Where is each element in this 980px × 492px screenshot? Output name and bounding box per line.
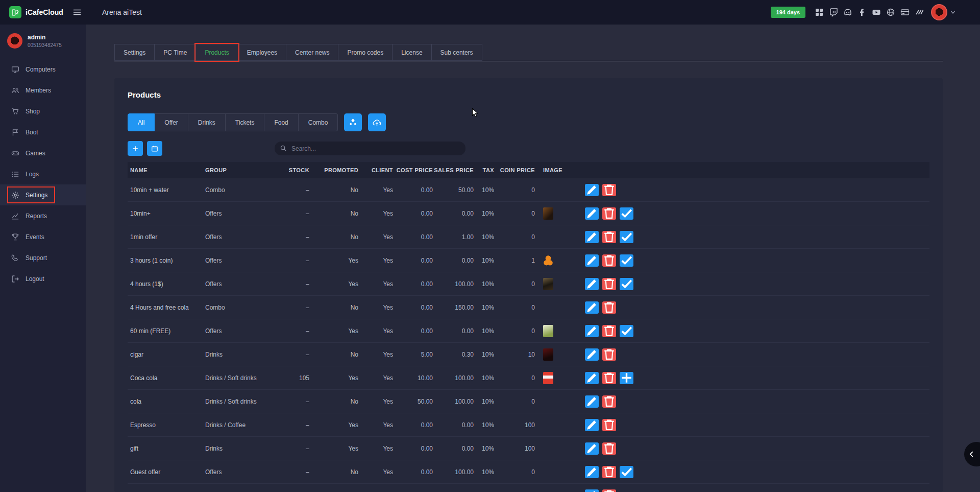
delete-button[interactable] bbox=[602, 325, 616, 337]
delete-button[interactable] bbox=[602, 301, 616, 314]
edit-button[interactable] bbox=[585, 466, 599, 478]
cell-name: 10min + water bbox=[128, 186, 205, 194]
edit-button[interactable] bbox=[585, 207, 599, 220]
cell-promoted: No bbox=[309, 398, 358, 405]
delete-button[interactable] bbox=[602, 231, 616, 243]
table-row: cigarDrinks–NoYes5.000.3010%10 bbox=[128, 343, 929, 366]
twitch-icon[interactable] bbox=[829, 8, 838, 17]
edit-button[interactable] bbox=[585, 442, 599, 455]
sidebar-item-computers[interactable]: Computers bbox=[0, 59, 86, 80]
filter-food[interactable]: Food bbox=[264, 113, 298, 131]
main-content: SettingsPC TimeProductsEmployeesCenter n… bbox=[86, 25, 980, 492]
sidebar-item-logs[interactable]: Logs bbox=[0, 163, 86, 184]
cell-client: Yes bbox=[358, 210, 393, 217]
check-button[interactable] bbox=[620, 278, 633, 290]
edit-button[interactable] bbox=[585, 231, 599, 243]
check-button[interactable] bbox=[620, 207, 633, 220]
sidebar-item-settings[interactable]: Settings bbox=[0, 184, 86, 205]
community-icon[interactable] bbox=[915, 8, 924, 17]
check-button[interactable] bbox=[620, 231, 633, 243]
column-header-image: IMAGE bbox=[535, 167, 576, 173]
avatar[interactable] bbox=[931, 4, 947, 20]
tab-promo-codes[interactable]: Promo codes bbox=[338, 44, 393, 61]
edit-button[interactable] bbox=[585, 419, 599, 431]
delete-button[interactable] bbox=[602, 419, 616, 431]
table-row: Guest offerOffers–NoYes0.00100.0010%0 bbox=[128, 460, 929, 484]
globe-icon[interactable] bbox=[886, 8, 895, 17]
sidebar-item-games[interactable]: Games bbox=[0, 143, 86, 163]
plus-button[interactable] bbox=[128, 141, 143, 156]
delete-button[interactable] bbox=[602, 372, 616, 384]
delete-button[interactable] bbox=[602, 466, 616, 478]
cell-promoted: Yes bbox=[309, 421, 358, 429]
menu-icon[interactable] bbox=[72, 8, 82, 17]
sidebar-item-reports[interactable]: Reports bbox=[0, 205, 86, 226]
tab-license[interactable]: License bbox=[392, 44, 431, 61]
cell-image bbox=[535, 348, 576, 361]
chevron-down-icon[interactable] bbox=[950, 10, 955, 15]
delete-button[interactable] bbox=[602, 489, 616, 492]
delete-button[interactable] bbox=[602, 184, 616, 196]
discord-icon[interactable] bbox=[843, 8, 852, 17]
edit-button[interactable] bbox=[585, 489, 599, 492]
tab-center-news[interactable]: Center news bbox=[286, 44, 338, 61]
edit-button[interactable] bbox=[585, 254, 599, 267]
content-tabs: SettingsPC TimeProductsEmployeesCenter n… bbox=[114, 44, 943, 61]
edit-button[interactable] bbox=[585, 325, 599, 337]
edit-button[interactable] bbox=[585, 395, 599, 408]
edit-button[interactable] bbox=[585, 184, 599, 196]
cell-group: Drinks bbox=[205, 445, 282, 452]
cell-sales: 0.00 bbox=[433, 210, 474, 217]
filter-offer[interactable]: Offer bbox=[155, 113, 188, 131]
tab-settings[interactable]: Settings bbox=[114, 44, 155, 61]
billing-icon[interactable] bbox=[900, 8, 910, 17]
sidebar-user: admin 005193482475 bbox=[0, 25, 86, 59]
sidebar-item-logout[interactable]: Logout bbox=[0, 268, 86, 289]
check-button[interactable] bbox=[620, 466, 633, 478]
sidebar-item-shop[interactable]: Shop bbox=[0, 101, 86, 122]
delete-button[interactable] bbox=[602, 207, 616, 220]
facebook-icon[interactable] bbox=[857, 8, 867, 17]
apps-grid-icon[interactable] bbox=[815, 8, 824, 17]
tab-employees[interactable]: Employees bbox=[238, 44, 286, 61]
check-button[interactable] bbox=[620, 325, 633, 337]
cloud-up-button[interactable] bbox=[368, 113, 386, 131]
check-button[interactable] bbox=[620, 254, 633, 267]
tab-sub-centers[interactable]: Sub centers bbox=[431, 44, 482, 61]
sidebar-item-support[interactable]: Support bbox=[0, 247, 86, 268]
phone-icon bbox=[11, 254, 19, 262]
brand-glyph-icon bbox=[11, 8, 20, 17]
tab-pc-time[interactable]: PC Time bbox=[154, 44, 196, 61]
brand-logo-icon bbox=[9, 6, 21, 18]
delete-button[interactable] bbox=[602, 278, 616, 290]
edit-button[interactable] bbox=[585, 278, 599, 290]
tab-products[interactable]: Products bbox=[195, 44, 238, 61]
topbar-right: 194 days bbox=[771, 4, 980, 20]
delete-button[interactable] bbox=[602, 348, 616, 361]
monitor-icon bbox=[11, 65, 19, 74]
edit-button[interactable] bbox=[585, 348, 599, 361]
youtube-icon[interactable] bbox=[872, 8, 881, 17]
filter-drinks[interactable]: Drinks bbox=[188, 113, 226, 131]
edit-button[interactable] bbox=[585, 372, 599, 384]
filter-tickets[interactable]: Tickets bbox=[226, 113, 265, 131]
diamonds-button[interactable] bbox=[344, 113, 362, 131]
delete-button[interactable] bbox=[602, 442, 616, 455]
cell-actions bbox=[576, 442, 929, 455]
cell-cost: 0.00 bbox=[393, 304, 433, 311]
sidebar-item-events[interactable]: Events bbox=[0, 226, 86, 247]
search-input[interactable] bbox=[275, 142, 465, 155]
calendar-button[interactable] bbox=[147, 141, 162, 156]
sidebar-item-label: Reports bbox=[26, 213, 47, 220]
delete-button[interactable] bbox=[602, 254, 616, 267]
days-badge: 194 days bbox=[771, 7, 805, 18]
delete-button[interactable] bbox=[602, 395, 616, 408]
sidebar-item-boot[interactable]: Boot bbox=[0, 122, 86, 143]
products-card: Products AllOfferDrinksTicketsFoodCombo … bbox=[114, 78, 943, 492]
edit-button[interactable] bbox=[585, 301, 599, 314]
filter-all[interactable]: All bbox=[128, 113, 155, 131]
search-icon bbox=[280, 145, 287, 152]
sidebar-item-members[interactable]: Members bbox=[0, 80, 86, 101]
plus-button[interactable] bbox=[620, 372, 633, 384]
filter-combo[interactable]: Combo bbox=[299, 113, 338, 131]
